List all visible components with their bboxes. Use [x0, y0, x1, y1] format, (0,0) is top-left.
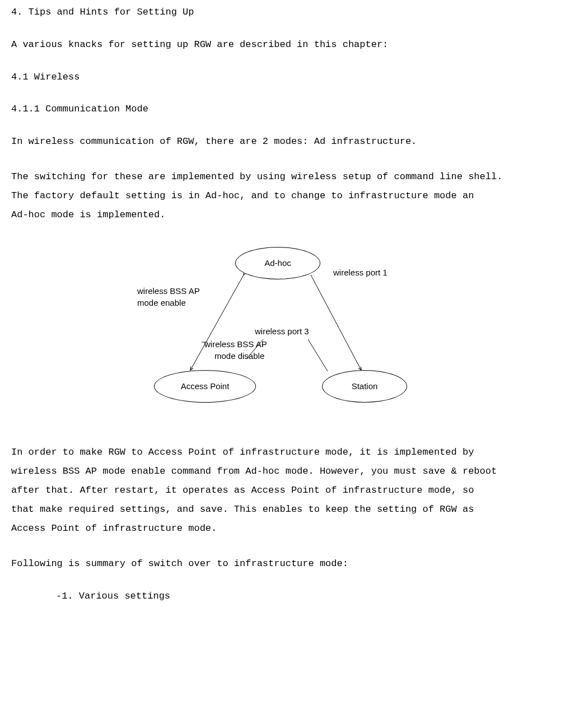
text-line: wireless BSS AP: [137, 285, 200, 297]
label-mode-enable: wireless BSS AP mode enable: [137, 285, 200, 309]
text-line: that make required settings, and save. T…: [11, 500, 577, 519]
text-line: mode enable: [137, 297, 200, 309]
node-adhoc: Ad-hoc: [235, 247, 320, 279]
text-line: wireless BSS AP: [204, 338, 267, 350]
text-line: The switching for these are implemented …: [11, 167, 577, 186]
node-access-point: Access Point: [154, 370, 256, 403]
node-station: Station: [322, 370, 407, 403]
text-line: after that. After restart, it operates a…: [11, 481, 577, 500]
text-line: Access Point of infrastructure mode.: [11, 519, 577, 538]
paragraph-summary-intro: Following is summary of switch over to i…: [11, 557, 577, 571]
text-line: The factory default setting is in Ad-hoc…: [11, 186, 577, 205]
text-line: In order to make RGW to Access Point of …: [11, 443, 577, 462]
section-heading-wireless: 4.1 Wireless: [11, 71, 577, 84]
node-access-point-label: Access Point: [181, 380, 230, 392]
intro-paragraph: A various knacks for setting up RGW are …: [11, 38, 577, 52]
text-line: mode disable: [204, 350, 267, 362]
heading-main: 4. Tips and Hints for Setting Up: [11, 6, 577, 19]
section-heading-comm-mode: 4.1.1 Communication Mode: [11, 102, 577, 116]
mode-diagram: Ad-hoc Access Point Station wireless BSS…: [11, 247, 577, 409]
svg-line-1: [311, 275, 361, 370]
paragraph-switching: The switching for these are implemented …: [11, 167, 577, 225]
label-wireless-port-3: wireless port 3: [255, 325, 309, 337]
svg-line-3: [308, 339, 328, 371]
label-mode-disable: wireless BSS AP mode disable: [204, 338, 267, 362]
paragraph-access-point-setup: In order to make RGW to Access Point of …: [11, 443, 577, 538]
text-line: wireless BSS AP mode enable command from…: [11, 462, 577, 481]
paragraph-modes: In wireless communication of RGW, there …: [11, 135, 577, 148]
text-line: Ad-hoc mode is implemented.: [11, 205, 577, 225]
label-wireless-port-1: wireless port 1: [333, 267, 388, 278]
list-item-various-settings: -1. Various settings: [11, 590, 577, 603]
node-station-label: Station: [352, 380, 378, 392]
node-adhoc-label: Ad-hoc: [264, 257, 291, 269]
